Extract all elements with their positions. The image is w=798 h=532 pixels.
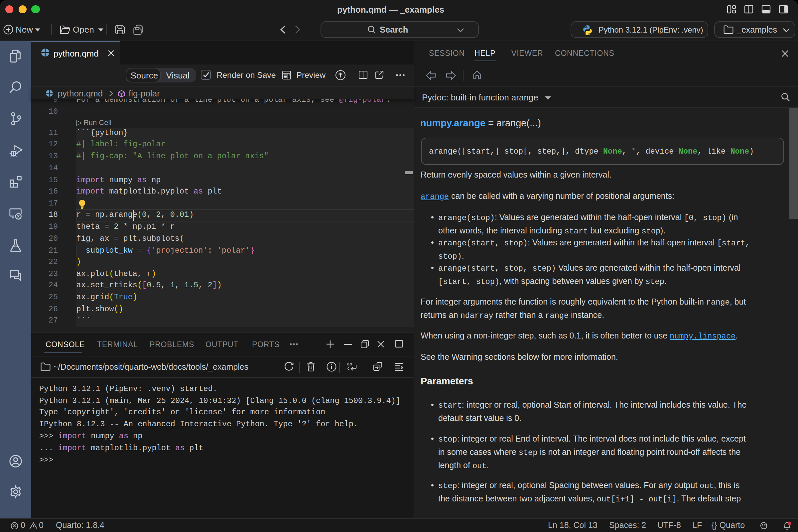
svg-text:c: c [347,365,350,370]
